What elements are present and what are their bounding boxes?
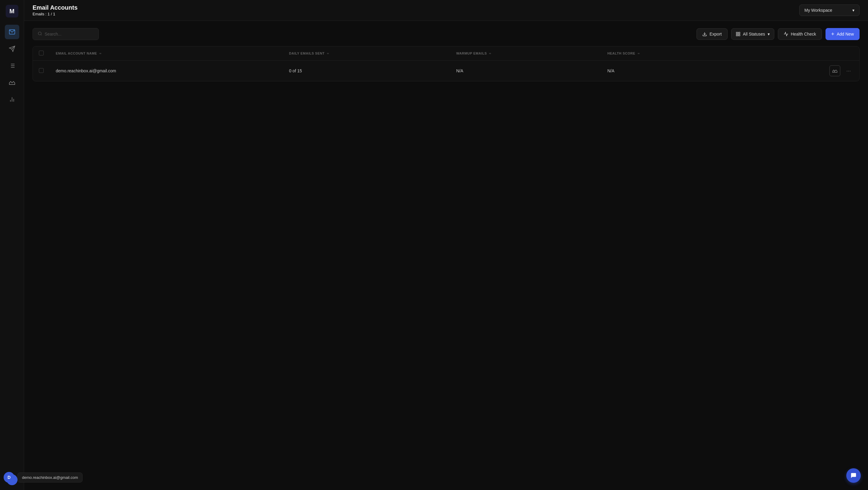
- row-checkbox-cell: [33, 61, 50, 81]
- row-health-check-button[interactable]: [830, 65, 840, 76]
- chat-button[interactable]: [846, 468, 861, 483]
- inbox-check-icon: [832, 68, 838, 73]
- app-logo[interactable]: M: [6, 5, 19, 18]
- export-icon: [702, 32, 707, 36]
- sidebar-item-analytics[interactable]: [5, 92, 19, 107]
- emails-count: 1 / 1: [48, 12, 55, 16]
- user-email-tooltip: demo.reachinbox.ai@gmail.com: [18, 472, 83, 483]
- sort-warmup-icon: [489, 53, 491, 54]
- row-checkbox[interactable]: [39, 68, 44, 73]
- email-icon: [9, 29, 16, 35]
- sort-email-icon: [99, 53, 101, 54]
- select-all-checkbox[interactable]: [39, 51, 44, 56]
- table-row: demo.reachinbox.ai@gmail.com 0 of 15 N/A…: [33, 61, 859, 81]
- export-button[interactable]: Export: [696, 28, 727, 40]
- chat-icon: [850, 472, 857, 479]
- page-title: Email Accounts: [33, 4, 78, 11]
- workspace-dropdown[interactable]: My Workspace ▾: [799, 4, 860, 16]
- bottom-user-area: D demo.reachinbox.ai@gmail.com: [4, 472, 83, 483]
- svg-rect-15: [736, 32, 738, 34]
- add-new-button[interactable]: + Add New: [826, 28, 860, 40]
- col-health-score[interactable]: HEALTH SCORE: [601, 47, 744, 61]
- main-content: Email Accounts Emails : 1 / 1 My Workspa…: [24, 0, 868, 490]
- health-check-label: Health Check: [791, 32, 816, 36]
- page-subtitle: Emails : 1 / 1: [33, 12, 78, 16]
- col-warmup-emails[interactable]: WARMUP EMAILS: [450, 47, 601, 61]
- health-check-icon: [784, 32, 788, 36]
- row-warmup-cell: N/A: [450, 61, 601, 81]
- row-warmup-value: N/A: [456, 68, 463, 73]
- status-icon: [736, 32, 741, 36]
- col-daily-emails-sent[interactable]: DAILY EMAILS SENT: [283, 47, 450, 61]
- svg-point-12: [38, 32, 41, 35]
- sidebar-item-email[interactable]: [5, 25, 19, 39]
- row-daily-sent-value: 0 of 15: [289, 68, 302, 73]
- row-actions: ···: [749, 65, 853, 76]
- sidebar: M: [0, 0, 24, 490]
- search-box[interactable]: [33, 28, 99, 40]
- row-email-cell: demo.reachinbox.ai@gmail.com: [50, 61, 283, 81]
- row-health-score-cell: N/A: [601, 61, 744, 81]
- sort-daily-icon: [327, 53, 329, 54]
- chevron-down-icon: ▾: [852, 8, 855, 13]
- subtitle-prefix: Emails :: [33, 12, 48, 16]
- add-icon: +: [831, 31, 835, 37]
- svg-rect-16: [738, 32, 740, 34]
- email-accounts-table-container: EMAIL ACCOUNT NAME DAILY EMAILS SENT: [33, 46, 860, 81]
- row-more-button[interactable]: ···: [844, 67, 853, 75]
- analytics-icon: [9, 96, 16, 103]
- sidebar-item-inbox[interactable]: [5, 75, 19, 90]
- page-header: Email Accounts Emails : 1 / 1 My Workspa…: [24, 0, 868, 21]
- bottom-avatar[interactable]: D: [4, 472, 14, 483]
- svg-rect-18: [736, 34, 738, 36]
- status-dropdown[interactable]: All Statuses ▾: [731, 28, 774, 40]
- header-title-group: Email Accounts Emails : 1 / 1: [33, 4, 78, 16]
- sort-health-icon: [638, 53, 640, 54]
- health-check-button[interactable]: Health Check: [778, 28, 822, 40]
- email-accounts-table: EMAIL ACCOUNT NAME DAILY EMAILS SENT: [33, 47, 859, 81]
- status-chevron-icon: ▾: [768, 32, 770, 36]
- toolbar: Export All Statuses ▾ Health Check: [33, 28, 860, 40]
- content-area: Export All Statuses ▾ Health Check: [24, 21, 868, 490]
- send-icon: [9, 45, 16, 52]
- svg-rect-17: [738, 34, 740, 36]
- col-actions: [744, 47, 859, 61]
- sidebar-item-list[interactable]: [5, 58, 19, 73]
- sidebar-item-send[interactable]: [5, 41, 19, 56]
- add-new-label: Add New: [837, 32, 854, 36]
- table-header: EMAIL ACCOUNT NAME DAILY EMAILS SENT: [33, 47, 859, 61]
- table-body: demo.reachinbox.ai@gmail.com 0 of 15 N/A…: [33, 61, 859, 81]
- search-icon: [38, 31, 42, 37]
- header-checkbox-col: [33, 47, 50, 61]
- search-input[interactable]: [44, 32, 94, 36]
- logo-letter: M: [9, 8, 14, 15]
- row-daily-sent-cell: 0 of 15: [283, 61, 450, 81]
- svg-line-13: [41, 34, 41, 35]
- all-statuses-label: All Statuses: [743, 32, 765, 36]
- export-label: Export: [710, 32, 721, 36]
- list-icon: [9, 62, 16, 69]
- col-email-account-name[interactable]: EMAIL ACCOUNT NAME: [50, 47, 283, 61]
- workspace-label: My Workspace: [804, 8, 832, 13]
- row-actions-cell: ···: [744, 61, 859, 81]
- inbox-icon: [9, 79, 16, 86]
- row-email-value: demo.reachinbox.ai@gmail.com: [56, 68, 116, 73]
- row-health-score-value: N/A: [607, 68, 614, 73]
